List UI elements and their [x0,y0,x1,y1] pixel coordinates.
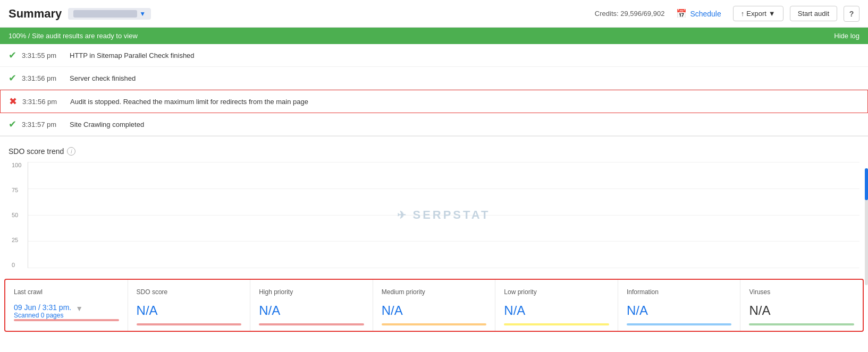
stat-label: Low priority [504,288,609,296]
chart-wrapper: 1007550250 ✈ SERPSTAT [28,162,859,268]
stat-cell: VirusesN/A [740,280,863,331]
info-icon[interactable]: i [67,147,75,156]
stat-bar [504,323,609,325]
log-time: 3:31:56 pm [22,74,64,82]
check-circle-icon: ✔ [9,72,16,84]
project-dropdown[interactable]: ▼ [68,8,151,20]
log-entry: ✔3:31:56 pmServer check finished [0,67,868,90]
log-list: ✔3:31:55 pmHTTP in Sitemap Parallel Chec… [0,44,868,136]
stat-label: Viruses [749,288,854,296]
credits-display: Credits: 29,596/69,902 [595,10,665,18]
check-circle-icon: ✔ [9,118,16,130]
page-title: Summary [9,7,62,21]
chevron-down-icon[interactable]: ▼ [75,304,83,313]
crawl-date[interactable]: 09 Jun / 3:31 pm. [14,303,71,312]
stat-bar [749,323,854,325]
stat-bar [259,323,364,325]
log-message: Server check finished [70,74,136,82]
log-time: 3:31:55 pm [22,51,64,59]
scroll-indicator[interactable] [865,168,868,285]
chart-area: ✈ SERPSTAT [28,162,859,268]
stat-label: Information [627,288,732,296]
stat-value: N/A [137,303,242,318]
log-entry: ✖3:31:56 pmAudit is stopped. Reached the… [0,90,868,113]
stat-value: N/A [749,303,854,318]
stat-bar [382,323,487,325]
log-entry: ✔3:31:57 pmSite Crawling completed [0,113,868,136]
stat-label: High priority [259,288,364,296]
calendar-icon: 📅 [676,8,687,19]
page-header: Summary ▼ Credits: 29,596/69,902 📅 Sched… [0,0,868,28]
stat-cell: Medium priorityN/A [373,280,496,331]
chart-section: SDO score trend i 1007550250 ✈ SERPSTAT [0,136,868,273]
stat-value-area: 09 Jun / 3:31 pm.Scanned 0 pages▼ [14,303,119,319]
log-entry: ✔3:31:55 pmHTTP in Sitemap Parallel Chec… [0,44,868,67]
chart-y-label: 50 [12,212,21,218]
stat-cell: Low priorityN/A [495,280,618,331]
log-message: Site Crawling completed [70,121,144,128]
hide-log-button[interactable]: Hide log [834,32,859,40]
progress-text: 100% / Site audit results are ready to v… [9,32,138,40]
serpstat-logo-icon: ✈ [397,209,408,221]
stat-bar [627,323,732,325]
stat-label: Medium priority [382,288,487,296]
stats-row: Last crawl09 Jun / 3:31 pm.Scanned 0 pag… [4,279,864,332]
chart-y-label: 25 [12,237,21,243]
stat-label: SDO score [137,288,242,296]
chevron-down-icon: ▼ [769,10,776,18]
stat-cell: SDO scoreN/A [128,280,251,331]
log-message: HTTP in Sitemap Parallel Check finished [70,51,195,59]
error-circle-icon: ✖ [9,96,17,107]
stat-cell: InformationN/A [618,280,741,331]
export-button[interactable]: ↑ Export ▼ [733,6,783,21]
stat-value: N/A [504,303,609,318]
chart-y-labels: 1007550250 [12,162,21,268]
check-circle-icon: ✔ [9,49,16,61]
schedule-button[interactable]: 📅 Schedule [671,5,726,22]
help-button[interactable]: ? [844,6,859,22]
stat-value: N/A [627,303,732,318]
upload-icon: ↑ [741,10,745,18]
stat-bar [14,319,119,321]
chevron-down-icon: ▼ [139,10,146,18]
log-message: Audit is stopped. Reached the maximum li… [70,98,308,106]
stat-value: N/A [382,303,487,318]
log-time: 3:31:57 pm [22,121,64,128]
log-time: 3:31:56 pm [22,98,65,106]
chart-title: SDO score trend i [9,147,859,156]
stat-cell: High priorityN/A [250,280,373,331]
stat-label: Last crawl [14,288,119,296]
chart-y-label: 75 [12,187,21,193]
start-audit-button[interactable]: Start audit [790,6,837,21]
chart-y-label: 0 [12,262,21,268]
chart-y-label: 100 [12,162,21,168]
stat-value: N/A [259,303,364,318]
stat-cell: Last crawl09 Jun / 3:31 pm.Scanned 0 pag… [5,280,128,331]
serpstat-watermark: ✈ SERPSTAT [397,208,490,222]
stat-bar [137,323,242,325]
progress-banner: 100% / Site audit results are ready to v… [0,28,868,44]
crawl-meta: Scanned 0 pages [14,312,71,319]
